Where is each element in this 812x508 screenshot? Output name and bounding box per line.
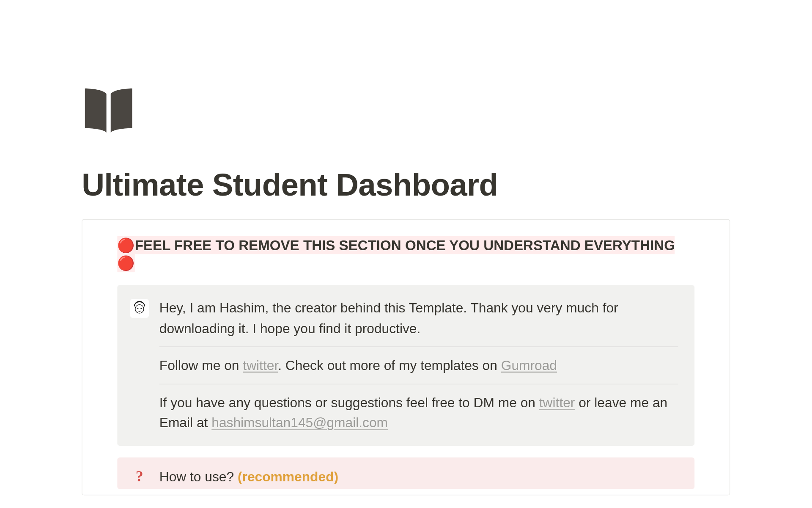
question-icon: ? [130, 468, 149, 485]
contact-text-a: If you have any questions or suggestions… [159, 395, 539, 410]
content-box: 🔴FEEL FREE TO REMOVE THIS SECTION ONCE Y… [82, 219, 730, 496]
intro-text: Hey, I am Hashim, the creator behind thi… [159, 298, 678, 347]
book-icon [82, 88, 135, 134]
svg-point-0 [135, 305, 144, 313]
email-link[interactable]: hashimsultan145@gmail.com [211, 415, 388, 430]
follow-text-b: . Check out more of my templates on [278, 358, 501, 373]
author-avatar-icon [130, 299, 149, 318]
page-title: Ultimate Student Dashboard [82, 166, 730, 203]
svg-point-1 [137, 308, 138, 309]
howto-recommended: (recommended) [238, 469, 338, 484]
howto-callout: ? How to use? (recommended) [117, 457, 694, 489]
author-callout-body: Hey, I am Hashim, the creator behind thi… [159, 298, 678, 433]
contact-row: If you have any questions or suggestions… [159, 384, 678, 433]
follow-row: Follow me on twitter. Check out more of … [159, 347, 678, 384]
gumroad-link[interactable]: Gumroad [501, 358, 557, 373]
banner-emoji-left: 🔴 [117, 237, 134, 253]
remove-section-banner: 🔴FEEL FREE TO REMOVE THIS SECTION ONCE Y… [117, 236, 694, 273]
follow-text-a: Follow me on [159, 358, 243, 373]
howto-row: How to use? (recommended) [159, 469, 338, 486]
twitter-link-2[interactable]: twitter [539, 395, 575, 410]
howto-label: How to use? [159, 469, 238, 484]
svg-point-2 [140, 308, 142, 309]
banner-emoji-right: 🔴 [117, 255, 134, 271]
twitter-link[interactable]: twitter [243, 358, 278, 373]
banner-text: FEEL FREE TO REMOVE THIS SECTION ONCE YO… [135, 237, 675, 253]
author-callout: Hey, I am Hashim, the creator behind thi… [117, 285, 694, 446]
